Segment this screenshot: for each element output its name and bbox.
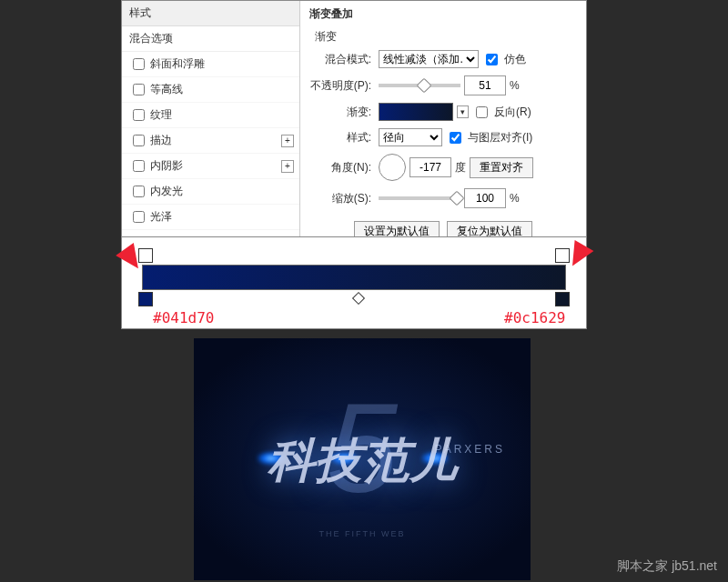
style-checkbox[interactable] (133, 84, 145, 95)
reverse-label: 反向(R) (494, 105, 531, 120)
style-label: 光泽 (150, 209, 172, 225)
result-preview: 5 PARXERS 科技范儿 THE FIFTH WEB (194, 338, 531, 580)
opacity-label: 不透明度(P): (309, 78, 371, 94)
style-checkbox[interactable] (133, 160, 145, 172)
panel-title: 渐变叠加 (309, 6, 577, 22)
gradient-label: 渐变: (309, 105, 371, 120)
opacity-input[interactable] (464, 75, 506, 95)
preview-main-text: 科技范儿 (194, 429, 531, 493)
style-row-1[interactable]: 等高线 (122, 77, 299, 103)
style-row-2[interactable]: 纹理 (122, 103, 299, 128)
style-label: 斜面和浮雕 (150, 56, 205, 72)
scale-label: 缩放(S): (309, 191, 371, 206)
angle-dial[interactable] (379, 154, 406, 181)
blend-mode-label: 混合模式: (309, 52, 371, 67)
style-row-0[interactable]: 斜面和浮雕 (122, 52, 299, 77)
style-checkbox[interactable] (133, 135, 145, 146)
scale-input[interactable] (464, 188, 506, 208)
dropdown-icon[interactable]: ▾ (457, 105, 469, 118)
gradient-bar[interactable] (142, 265, 566, 290)
reset-align-button[interactable]: 重置对齐 (470, 157, 533, 178)
style-label: 内发光 (150, 184, 183, 199)
left-color-label: #041d70 (153, 309, 214, 326)
dither-checkbox[interactable] (486, 54, 498, 65)
midpoint-marker[interactable] (352, 292, 365, 305)
style-label: 纹理 (150, 107, 172, 123)
angle-input[interactable] (410, 157, 451, 177)
reverse-checkbox[interactable] (476, 106, 488, 118)
blending-options-row[interactable]: 混合选项 (122, 26, 299, 52)
style-row-5[interactable]: 内发光 (122, 179, 299, 205)
style-checkbox[interactable] (133, 186, 145, 197)
style-checkbox[interactable] (133, 109, 145, 121)
gradient-swatch[interactable] (379, 103, 453, 121)
angle-label: 角度(N): (309, 160, 371, 176)
color-stop-left[interactable] (138, 292, 153, 306)
style-row-6[interactable]: 光泽 (122, 205, 299, 230)
add-effect-icon[interactable]: + (281, 135, 294, 147)
dither-label: 仿色 (504, 52, 526, 67)
align-checkbox[interactable] (450, 132, 461, 144)
align-label: 与图层对齐(I) (468, 130, 532, 146)
preview-tagline: THE FIFTH WEB (194, 529, 531, 538)
style-label: 等高线 (150, 82, 183, 97)
right-color-label: #0c1629 (504, 309, 565, 326)
style-checkbox[interactable] (133, 58, 145, 70)
blend-mode-select[interactable]: 线性减淡（添加… (379, 50, 479, 68)
style-label: 样式: (309, 130, 371, 146)
style-select[interactable]: 径向 (379, 128, 442, 146)
add-effect-icon[interactable]: + (281, 160, 294, 173)
scale-slider[interactable] (379, 196, 460, 200)
style-label: 内阴影 (150, 158, 183, 174)
section-label: 渐变 (315, 29, 577, 45)
styles-header: 样式 (122, 1, 299, 26)
style-checkbox[interactable] (133, 211, 145, 223)
style-row-3[interactable]: 描边+ (122, 128, 299, 154)
style-row-4[interactable]: 内阴影+ (122, 154, 299, 179)
color-stop-right[interactable] (555, 292, 570, 306)
opacity-slider[interactable] (379, 84, 460, 87)
watermark: 脚本之家 jb51.net (617, 558, 717, 575)
style-label: 描边 (150, 133, 172, 148)
